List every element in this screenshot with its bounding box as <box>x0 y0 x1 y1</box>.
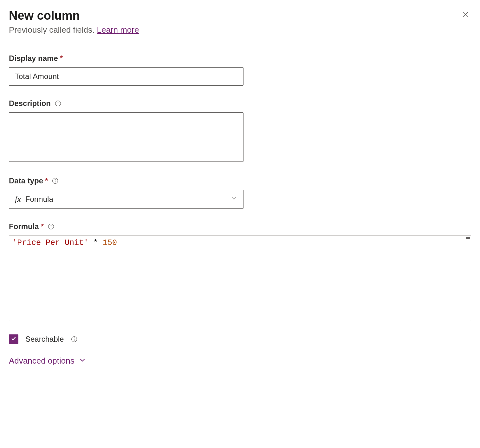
svg-point-3 <box>58 102 58 102</box>
learn-more-link[interactable]: Learn more <box>97 25 139 35</box>
formula-string-token: 'Price Per Unit' <box>12 238 88 247</box>
display-name-label: Display name* <box>9 54 471 63</box>
required-indicator: * <box>60 54 63 63</box>
data-type-label-text: Data type <box>9 176 43 185</box>
chevron-down-icon <box>230 195 237 204</box>
formula-operator-token: * <box>88 238 103 247</box>
close-icon <box>462 11 469 19</box>
svg-point-6 <box>55 179 56 180</box>
checkmark-icon <box>10 335 17 343</box>
scrollbar-thumb[interactable] <box>466 237 470 239</box>
display-name-input[interactable] <box>9 67 243 86</box>
close-button[interactable] <box>460 9 471 21</box>
svg-point-9 <box>51 225 51 226</box>
subtitle-text: Previously called fields. <box>9 25 97 35</box>
searchable-checkbox[interactable] <box>9 334 18 344</box>
info-icon[interactable] <box>71 336 78 343</box>
required-indicator: * <box>41 222 44 231</box>
description-label-text: Description <box>9 99 51 108</box>
svg-point-12 <box>74 338 75 338</box>
searchable-label: Searchable <box>25 335 64 344</box>
data-type-label: Data type* <box>9 176 471 185</box>
formula-editor[interactable]: 'Price Per Unit' * 150 <box>9 235 471 321</box>
info-icon[interactable] <box>52 177 59 184</box>
advanced-options-toggle[interactable]: Advanced options <box>9 356 86 366</box>
formula-label-text: Formula <box>9 222 39 231</box>
info-icon[interactable] <box>55 100 62 107</box>
formula-label: Formula* <box>9 222 471 231</box>
chevron-down-icon <box>79 356 86 366</box>
advanced-options-label: Advanced options <box>9 356 75 366</box>
description-label: Description <box>9 99 471 108</box>
data-type-dropdown[interactable]: fx Formula <box>9 190 243 209</box>
panel-subtitle: Previously called fields. Learn more <box>9 25 471 35</box>
info-icon[interactable] <box>48 223 55 230</box>
required-indicator: * <box>45 176 48 185</box>
formula-number-token: 150 <box>103 238 117 247</box>
description-input[interactable] <box>9 112 243 162</box>
display-name-label-text: Display name <box>9 54 58 63</box>
panel-title: New column <box>9 9 80 23</box>
data-type-selected-value: Formula <box>25 195 53 204</box>
fx-icon: fx <box>15 194 21 204</box>
